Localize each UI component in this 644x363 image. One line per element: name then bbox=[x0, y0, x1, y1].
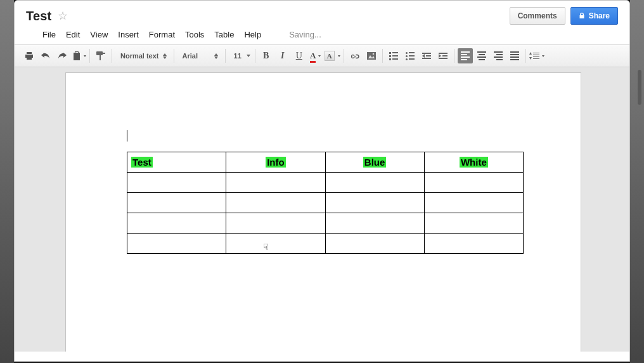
insert-image-button[interactable] bbox=[364, 48, 379, 63]
bold-icon: B bbox=[263, 51, 269, 61]
table-cell[interactable]: Info bbox=[226, 152, 325, 173]
table-row bbox=[127, 234, 524, 254]
caret-down-icon bbox=[542, 55, 544, 57]
save-status: Saving... bbox=[289, 30, 321, 39]
undo-icon bbox=[41, 51, 51, 61]
text-color-button[interactable]: A bbox=[308, 48, 323, 63]
line-spacing-icon bbox=[529, 52, 539, 60]
cell-text: Blue bbox=[363, 157, 387, 168]
paint-roller-icon bbox=[96, 51, 105, 60]
menu-bar: File Edit View Insert Format Tools Table… bbox=[42, 25, 618, 44]
italic-button[interactable]: I bbox=[275, 48, 290, 63]
comments-button[interactable]: Comments bbox=[510, 7, 565, 25]
align-center-icon bbox=[477, 51, 486, 60]
menu-table[interactable]: Table bbox=[214, 30, 234, 39]
table-cell[interactable] bbox=[424, 173, 523, 193]
paint-format-button[interactable] bbox=[93, 48, 108, 63]
svg-rect-0 bbox=[367, 52, 376, 60]
align-right-button[interactable] bbox=[491, 48, 506, 63]
table-cell[interactable] bbox=[226, 234, 325, 254]
caret-down-icon bbox=[338, 55, 340, 57]
table-cell[interactable]: White bbox=[424, 152, 523, 173]
font-family-label: Arial bbox=[183, 52, 198, 60]
align-justify-button[interactable] bbox=[507, 48, 522, 63]
outdent-icon bbox=[422, 53, 431, 59]
paragraph-style-dropdown[interactable]: Normal text bbox=[115, 48, 171, 63]
table-row bbox=[127, 173, 524, 193]
menu-insert[interactable]: Insert bbox=[118, 30, 139, 39]
print-button[interactable] bbox=[22, 48, 37, 63]
text-cursor bbox=[127, 130, 127, 142]
numbered-list-button[interactable] bbox=[386, 48, 401, 63]
table-cell[interactable] bbox=[226, 193, 325, 213]
increase-indent-button[interactable] bbox=[435, 48, 451, 63]
clipboard-icon bbox=[72, 51, 82, 61]
table-cell[interactable] bbox=[226, 213, 325, 234]
table-cell[interactable] bbox=[424, 193, 523, 213]
document-table[interactable]: Test Info Blue White bbox=[127, 152, 524, 254]
numbered-list-icon bbox=[389, 52, 398, 60]
text-color-icon: A bbox=[310, 51, 316, 61]
underline-icon: U bbox=[296, 51, 302, 61]
print-icon bbox=[24, 51, 34, 61]
align-left-button[interactable] bbox=[458, 48, 473, 63]
bold-button[interactable]: B bbox=[259, 48, 274, 63]
caret-down-icon bbox=[247, 55, 250, 57]
table-cell[interactable] bbox=[424, 213, 523, 234]
menu-edit[interactable]: Edit bbox=[66, 30, 80, 39]
decrease-indent-button[interactable] bbox=[419, 48, 434, 63]
right-chrome-band bbox=[630, 0, 644, 363]
indent-icon bbox=[439, 53, 448, 59]
redo-icon bbox=[57, 51, 67, 61]
table-cell[interactable]: Blue bbox=[325, 152, 424, 173]
underline-button[interactable]: U bbox=[292, 48, 307, 63]
align-justify-icon bbox=[510, 51, 519, 60]
align-left-icon bbox=[461, 51, 470, 60]
share-button[interactable]: Share bbox=[570, 7, 618, 25]
menu-view[interactable]: View bbox=[90, 30, 108, 39]
insert-link-button[interactable]: c-ɔ bbox=[347, 48, 363, 63]
line-spacing-button[interactable] bbox=[529, 48, 544, 63]
undo-button[interactable] bbox=[38, 48, 53, 63]
header: Test ☆ Comments Share File Edit View Ins… bbox=[15, 1, 629, 44]
highlight-icon bbox=[325, 51, 335, 61]
document-canvas[interactable]: Test Info Blue White ☟ bbox=[15, 67, 629, 352]
caret-down-icon bbox=[318, 55, 321, 57]
menu-file[interactable]: File bbox=[42, 30, 56, 39]
font-size-dropdown[interactable]: 11 bbox=[229, 48, 252, 63]
page[interactable]: Test Info Blue White bbox=[65, 72, 581, 352]
menu-tools[interactable]: Tools bbox=[185, 30, 204, 39]
table-cell[interactable] bbox=[325, 213, 424, 234]
redo-button[interactable] bbox=[55, 48, 70, 63]
bulleted-list-button[interactable] bbox=[402, 48, 418, 63]
star-icon[interactable]: ☆ bbox=[58, 10, 68, 22]
italic-icon: I bbox=[281, 51, 284, 61]
menu-format[interactable]: Format bbox=[149, 30, 175, 39]
table-cell[interactable] bbox=[325, 173, 424, 193]
menu-help[interactable]: Help bbox=[244, 30, 261, 39]
bulleted-list-icon bbox=[406, 52, 415, 60]
app-window: Test ☆ Comments Share File Edit View Ins… bbox=[14, 0, 630, 362]
table-cell[interactable]: Test bbox=[127, 152, 226, 173]
align-center-button[interactable] bbox=[474, 48, 489, 63]
toolbar: Normal text Arial 11 bbox=[15, 44, 629, 67]
table-row: Test Info Blue White bbox=[127, 152, 524, 173]
table-cell[interactable] bbox=[127, 213, 226, 234]
paste-button[interactable] bbox=[71, 48, 86, 63]
table-cell[interactable] bbox=[325, 193, 424, 213]
font-family-dropdown[interactable]: Arial bbox=[177, 48, 222, 63]
highlight-color-button[interactable] bbox=[325, 48, 340, 63]
sort-icon bbox=[214, 53, 218, 59]
table-cell[interactable] bbox=[325, 234, 424, 254]
table-cell[interactable] bbox=[127, 173, 226, 193]
table-row bbox=[127, 193, 524, 213]
sort-icon bbox=[163, 53, 167, 59]
document-title[interactable]: Test bbox=[26, 9, 51, 23]
table-cell[interactable] bbox=[127, 234, 226, 254]
table-cell[interactable] bbox=[226, 173, 325, 193]
table-cell[interactable] bbox=[424, 234, 523, 254]
table-cell[interactable] bbox=[127, 193, 226, 213]
image-icon bbox=[366, 51, 377, 61]
font-size-label: 11 bbox=[234, 52, 242, 60]
left-chrome-band bbox=[0, 0, 14, 363]
